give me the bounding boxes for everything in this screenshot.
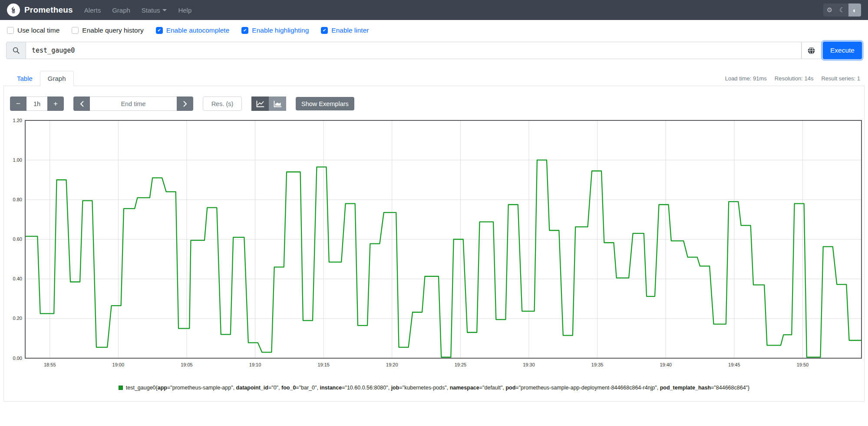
svg-text:0.20: 0.20 (13, 316, 22, 321)
svg-text:19:10: 19:10 (249, 362, 261, 367)
svg-text:19:05: 19:05 (181, 362, 193, 367)
time-forward-chevron-right-icon[interactable] (177, 97, 193, 111)
series-label[interactable]: test_gauge0{app="prometheus-sample-app",… (126, 385, 749, 391)
svg-text:19:40: 19:40 (660, 362, 672, 367)
svg-text:19:35: 19:35 (591, 362, 604, 367)
nav-item-help[interactable]: Help (178, 7, 191, 14)
svg-text:19:30: 19:30 (523, 362, 535, 367)
query-stats: Load time: 91ms Resolution: 14s Result s… (725, 75, 860, 82)
graph-panel: − + (3, 86, 865, 402)
checkbox-icon[interactable] (156, 27, 163, 34)
svg-text:1.20: 1.20 (13, 118, 22, 123)
svg-text:0.00: 0.00 (13, 356, 22, 361)
svg-text:19:50: 19:50 (797, 362, 809, 367)
load-time: Load time: 91ms (725, 75, 767, 82)
svg-text:19:20: 19:20 (386, 362, 398, 367)
svg-text:0.40: 0.40 (13, 276, 22, 281)
settings-gear-icon[interactable]: ⚙ (823, 3, 836, 17)
chevron-down-icon (162, 9, 167, 11)
nav-item-status[interactable]: Status (142, 7, 167, 14)
svg-text:0.60: 0.60 (13, 236, 22, 242)
option-enable-autocomplete[interactable]: Enable autocomplete (156, 27, 230, 34)
prometheus-logo-icon (7, 3, 20, 17)
tabs-row: Table Graph Load time: 91ms Resolution: … (3, 70, 865, 86)
svg-text:19:45: 19:45 (728, 362, 740, 367)
option-enable-linter[interactable]: Enable linter (321, 27, 369, 34)
navbar: Prometheus Alerts Graph Status Help ⚙ ☾ … (0, 0, 868, 20)
tab-table[interactable]: Table (10, 71, 40, 86)
range-group: − + (10, 97, 64, 111)
resolution-input[interactable] (203, 97, 242, 111)
checkbox-icon[interactable] (72, 27, 79, 34)
option-enable-query-history[interactable]: Enable query history (72, 27, 143, 34)
checkbox-icon[interactable] (321, 27, 328, 34)
execute-button[interactable]: Execute (823, 42, 862, 59)
result-series: Result series: 1 (821, 75, 860, 82)
checkbox-icon[interactable] (241, 27, 248, 34)
svg-text:19:15: 19:15 (317, 362, 330, 367)
search-icon (6, 42, 26, 59)
nav-item-graph[interactable]: Graph (112, 7, 130, 14)
dark-mode-moon-icon[interactable]: ☾ (836, 3, 848, 17)
resolution: Resolution: 14s (775, 75, 814, 82)
time-back-chevron-left-icon[interactable] (73, 97, 90, 111)
line-chart[interactable]: 0.000.200.400.600.801.001.2018:5519:0019… (8, 117, 864, 372)
auto-theme-contrast-icon[interactable]: ◐ (848, 3, 861, 17)
chart[interactable]: 0.000.200.400.600.801.001.2018:5519:0019… (8, 117, 861, 373)
checkbox-icon[interactable] (7, 27, 14, 34)
svg-text:18:55: 18:55 (44, 362, 56, 367)
line-chart-icon[interactable] (251, 97, 269, 111)
range-input[interactable] (26, 97, 47, 111)
endtime-group (73, 97, 193, 111)
brand[interactable]: Prometheus (7, 3, 73, 17)
svg-text:1.00: 1.00 (13, 157, 22, 163)
show-exemplars-button[interactable]: Show Exemplars (296, 97, 354, 110)
svg-text:0.80: 0.80 (13, 197, 22, 202)
tab-graph[interactable]: Graph (40, 71, 74, 86)
option-use-local-time[interactable]: Use local time (7, 27, 59, 34)
options-row: Use local time Enable query history Enab… (0, 20, 868, 42)
svg-text:19:00: 19:00 (112, 362, 125, 367)
series-swatch-icon (119, 386, 123, 390)
theme-toggle-group: ⚙ ☾ ◐ (823, 3, 861, 17)
nav-item-alerts[interactable]: Alerts (84, 7, 101, 14)
end-time-input[interactable] (90, 97, 177, 111)
legend: test_gauge0{app="prometheus-sample-app",… (4, 385, 864, 391)
metrics-explorer-globe-icon[interactable] (802, 42, 822, 59)
brand-title: Prometheus (24, 5, 73, 15)
query-bar: Execute (6, 42, 862, 59)
graph-controls: − + (4, 97, 864, 111)
range-increase-button[interactable]: + (47, 97, 64, 111)
range-decrease-button[interactable]: − (10, 97, 26, 111)
query-input[interactable] (26, 42, 802, 59)
chart-type-group (251, 97, 286, 111)
option-enable-highlighting[interactable]: Enable highlighting (241, 27, 309, 34)
stacked-chart-icon[interactable] (269, 97, 286, 111)
svg-text:19:25: 19:25 (455, 362, 467, 367)
